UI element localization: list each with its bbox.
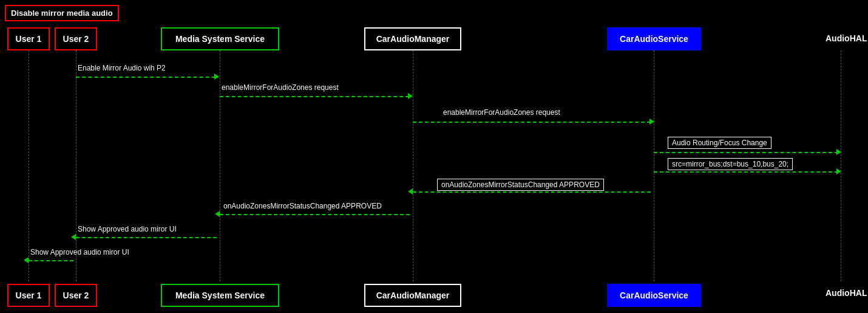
msg4-line bbox=[654, 152, 838, 153]
msg9-arrowhead bbox=[24, 257, 29, 263]
lifeline-line-user1 bbox=[29, 50, 29, 281]
lifeline-box-mss-bottom: Media System Service bbox=[161, 284, 279, 307]
lifeline-line-cas bbox=[654, 50, 654, 281]
cam-label: CarAudioManager bbox=[376, 34, 450, 44]
title-label: Disable mirror media audio bbox=[11, 9, 113, 18]
msg8-label: Show Approved audio miror UI bbox=[78, 225, 177, 233]
lifeline-box-mss: Media System Service bbox=[161, 27, 279, 50]
lifeline-line-cam bbox=[413, 50, 413, 281]
msg4-labelbox: Audio Routing/Focus Change bbox=[668, 137, 771, 149]
msg2-line bbox=[220, 96, 409, 97]
lifeline-box-user1-bottom: User 1 bbox=[7, 284, 50, 307]
msg1-line bbox=[76, 77, 215, 78]
msg9-line bbox=[29, 260, 73, 261]
msg5-labelbox: src=mirror_bus;dst=bus_10,bus_20; bbox=[668, 158, 793, 170]
msg5-arrowhead bbox=[836, 168, 841, 174]
msg7-arrowhead bbox=[215, 211, 220, 217]
msg3-arrowhead bbox=[649, 119, 654, 125]
msg4-arrowhead bbox=[836, 149, 841, 155]
hal-label: AudioHAL bbox=[826, 33, 867, 43]
user2-label: User 2 bbox=[63, 34, 89, 44]
lifeline-box-user2: User 2 bbox=[55, 27, 97, 50]
msg6-label: onAudioZonesMirrorStatusChanged APPROVED bbox=[437, 179, 604, 191]
msg6-arrowhead bbox=[408, 188, 413, 194]
lifeline-label-hal: AudioHAL bbox=[826, 33, 867, 43]
msg8-arrowhead bbox=[71, 234, 76, 240]
mss-label: Media System Service bbox=[175, 34, 265, 44]
msg7-line bbox=[220, 214, 410, 215]
diagram-container: Disable mirror media audio User 1 User 2… bbox=[0, 0, 868, 313]
msg2-arrowhead bbox=[408, 93, 413, 99]
lifeline-line-mss bbox=[220, 50, 220, 281]
msg5-line bbox=[654, 171, 838, 173]
msg7-label: onAudioZonesMirrorStatusChanged APPROVED bbox=[223, 202, 382, 210]
msg1-arrowhead bbox=[214, 74, 219, 80]
lifeline-label-hal-bottom: AudioHAL bbox=[826, 288, 867, 298]
lifeline-line-hal bbox=[841, 50, 841, 281]
title-box: Disable mirror media audio bbox=[5, 5, 119, 21]
msg8-line bbox=[76, 237, 217, 238]
lifeline-box-user1: User 1 bbox=[7, 27, 50, 50]
msg6-line bbox=[413, 191, 651, 193]
lifeline-box-cam-bottom: CarAudioManager bbox=[364, 284, 461, 307]
cas-label: CarAudioService bbox=[620, 34, 688, 44]
msg2-label: enableMirrorForAudioZones request bbox=[222, 83, 339, 92]
lifeline-box-user2-bottom: User 2 bbox=[55, 284, 97, 307]
msg3-line bbox=[413, 122, 651, 123]
lifeline-box-cas-bottom: CarAudioService bbox=[607, 284, 701, 307]
lifeline-box-cam: CarAudioManager bbox=[364, 27, 461, 50]
msg9-label: Show Approved audio miror UI bbox=[30, 248, 129, 256]
user1-label: User 1 bbox=[16, 34, 42, 44]
lifeline-line-user2 bbox=[76, 50, 76, 281]
lifeline-box-cas: CarAudioService bbox=[607, 27, 701, 50]
msg1-label: Enable Mirror Audio wih P2 bbox=[78, 64, 166, 72]
msg3-label: enableMirrorForAudioZones request bbox=[443, 108, 560, 117]
